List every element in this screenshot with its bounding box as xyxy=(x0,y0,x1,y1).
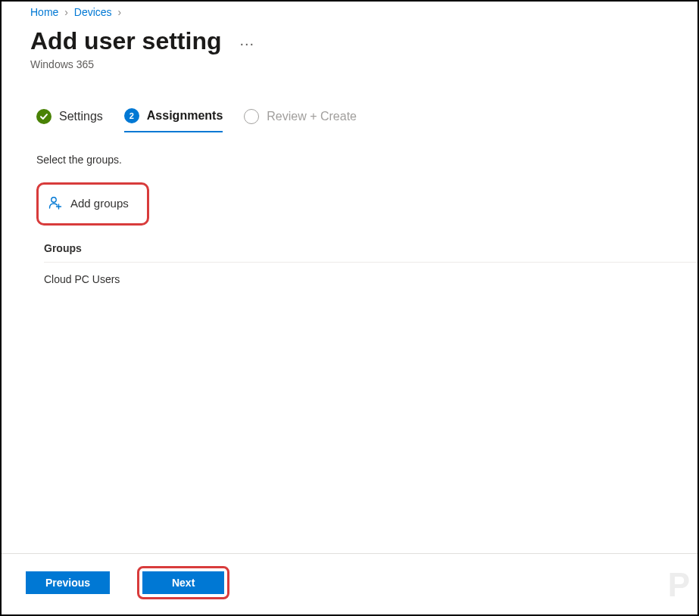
page-header: Add user setting ··· Windows 365 xyxy=(2,18,697,70)
page-frame: Home › Devices › Add user setting ··· Wi… xyxy=(0,0,699,616)
chevron-right-icon: › xyxy=(64,6,68,18)
add-groups-button[interactable]: Add groups xyxy=(48,195,129,210)
svg-point-0 xyxy=(51,198,56,202)
page-subtitle: Windows 365 xyxy=(30,58,697,70)
highlight-box: Add groups xyxy=(36,182,149,226)
group-row[interactable]: Cloud PC Users xyxy=(36,263,697,296)
wizard-footer: Previous Next xyxy=(2,553,697,614)
step-settings[interactable]: Settings xyxy=(36,108,103,132)
page-title: Add user setting xyxy=(30,27,221,55)
previous-button[interactable]: Previous xyxy=(26,571,110,594)
step-number-icon: 2 xyxy=(124,108,139,123)
check-icon xyxy=(36,109,51,124)
more-icon[interactable]: ··· xyxy=(239,35,254,52)
content-area: Select the groups. Add groups Groups Clo… xyxy=(2,132,697,296)
step-review-create[interactable]: 3 Review + Create xyxy=(244,108,357,132)
groups-section: Groups Cloud PC Users xyxy=(36,239,697,296)
step-label: Assignments xyxy=(147,109,223,123)
step-assignments[interactable]: 2 Assignments xyxy=(124,108,223,132)
instruction-text: Select the groups. xyxy=(36,154,697,166)
breadcrumb-devices[interactable]: Devices xyxy=(74,6,112,18)
breadcrumb: Home › Devices › xyxy=(2,2,697,18)
add-groups-label: Add groups xyxy=(70,197,129,210)
step-label: Review + Create xyxy=(267,110,357,123)
chevron-right-icon: › xyxy=(118,6,122,18)
wizard-steps: Settings 2 Assignments 3 Review + Create xyxy=(2,70,697,132)
breadcrumb-home[interactable]: Home xyxy=(30,6,58,18)
highlight-box: Next xyxy=(137,566,229,599)
groups-column-header: Groups xyxy=(36,239,697,262)
step-label: Settings xyxy=(59,110,103,123)
person-add-icon xyxy=(48,195,63,210)
next-button[interactable]: Next xyxy=(142,571,224,594)
step-number-icon: 3 xyxy=(244,109,259,124)
